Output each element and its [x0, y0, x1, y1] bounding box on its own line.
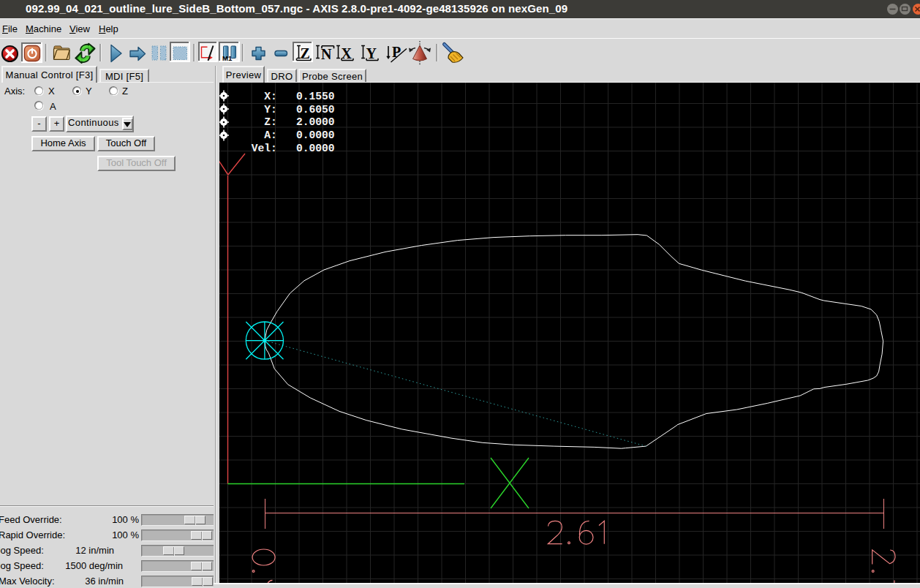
svg-text:Y: Y: [366, 45, 377, 61]
svg-text:Z: 2.0000: Z: 2.0000: [245, 116, 335, 128]
svg-text:X: 0.1550: X: 0.1550: [245, 91, 335, 102]
svg-text:Y: 0.6050: Y: 0.6050: [245, 104, 335, 116]
svg-text:M1: M1: [222, 54, 233, 62]
svg-text:Vel: 0.0000: Vel: 0.0000: [245, 143, 335, 154]
svg-text:X: X: [342, 45, 352, 61]
svg-text:Z: Z: [301, 45, 310, 61]
svg-text:N: N: [321, 46, 332, 62]
svg-text:A: 0.0000: A: 0.0000: [245, 129, 335, 141]
